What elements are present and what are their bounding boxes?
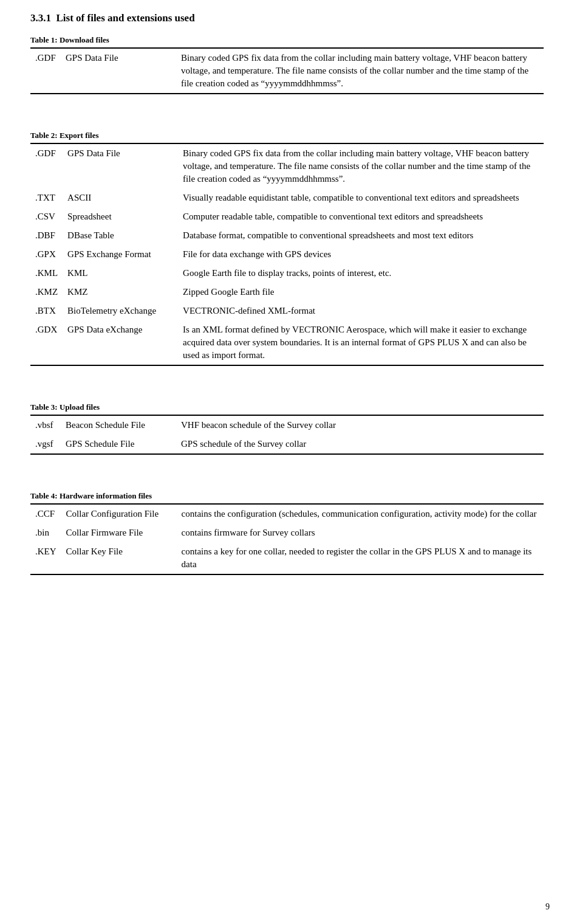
file-description: Database format, compatible to conventio… [178,226,544,245]
file-extension: .BTX [30,302,63,320]
file-name: Spreadsheet [63,207,178,226]
table-row: .GDFGPS Data FileBinary coded GPS fix da… [30,143,544,188]
file-name: Beacon Schedule File [61,415,176,435]
table-row: .BTXBioTelemetry eXchangeVECTRONIC-defin… [30,302,544,320]
file-extension: .DBF [30,226,63,245]
table4: .CCFCollar Configuration Filecontains th… [30,503,544,575]
table-row: .vgsfGPS Schedule FileGPS schedule of th… [30,435,544,454]
table1: .GDFGPS Data FileBinary coded GPS fix da… [30,47,544,94]
file-name: GPS Data eXchange [63,320,178,365]
file-name: Collar Configuration File [61,504,177,523]
file-name: GPS Data File [63,143,178,188]
file-extension: .GPX [30,245,63,264]
file-name: Collar Firmware File [61,523,177,542]
table-row: .KMLKMLGoogle Earth file to display trac… [30,264,544,283]
table-row: .DBFDBase TableDatabase format, compatib… [30,226,544,245]
file-name: GPS Schedule File [61,435,176,454]
file-name: KML [63,264,178,283]
table2-title: Table 2: Export files [30,131,544,140]
file-name: GPS Exchange Format [63,245,178,264]
file-description: VHF beacon schedule of the Survey collar [176,415,544,435]
section-title: 3.3.1 List of files and extensions used [30,12,544,24]
table-row: .TXTASCIIVisually readable equidistant t… [30,188,544,207]
table-row: .binCollar Firmware Filecontains firmwar… [30,523,544,542]
table-row: .KEYCollar Key Filecontains a key for on… [30,542,544,574]
table-row: .GPXGPS Exchange FormatFile for data exc… [30,245,544,264]
file-extension: .KML [30,264,63,283]
file-name: ASCII [63,188,178,207]
table3-title: Table 3: Upload files [30,402,544,412]
file-description: Is an XML format defined by VECTRONIC Ae… [178,320,544,365]
file-name: Collar Key File [61,542,177,574]
table3: .vbsfBeacon Schedule FileVHF beacon sche… [30,415,544,455]
file-extension: .GDF [30,48,61,94]
table-row: .CSVSpreadsheetComputer readable table, … [30,207,544,226]
table-row: .KMZKMZZipped Google Earth file [30,283,544,302]
file-description: Google Earth file to display tracks, poi… [178,264,544,283]
table1-title: Table 1: Download files [30,35,544,45]
file-extension: .GDF [30,143,63,188]
table-row: .GDXGPS Data eXchangeIs an XML format de… [30,320,544,365]
file-description: contains the configuration (schedules, c… [177,504,544,523]
file-name: KMZ [63,283,178,302]
file-extension: .KEY [30,542,61,574]
file-extension: .TXT [30,188,63,207]
file-description: contains a key for one collar, needed to… [177,542,544,574]
file-extension: .vgsf [30,435,61,454]
file-name: DBase Table [63,226,178,245]
file-description: File for data exchange with GPS devices [178,245,544,264]
file-name: GPS Data File [61,48,176,94]
file-extension: .CCF [30,504,61,523]
file-description: Binary coded GPS fix data from the colla… [178,143,544,188]
file-description: VECTRONIC-defined XML-format [178,302,544,320]
file-name: BioTelemetry eXchange [63,302,178,320]
file-extension: .bin [30,523,61,542]
file-description: GPS schedule of the Survey collar [176,435,544,454]
file-extension: .vbsf [30,415,61,435]
file-description: Visually readable equidistant table, com… [178,188,544,207]
table2: .GDFGPS Data FileBinary coded GPS fix da… [30,143,544,366]
table4-title: Table 4: Hardware information files [30,491,544,501]
table-row: .GDFGPS Data FileBinary coded GPS fix da… [30,48,544,94]
table-row: .CCFCollar Configuration Filecontains th… [30,504,544,523]
file-extension: .CSV [30,207,63,226]
file-description: Binary coded GPS fix data from the colla… [176,48,544,94]
file-extension: .KMZ [30,283,63,302]
file-description: Computer readable table, compatible to c… [178,207,544,226]
table-row: .vbsfBeacon Schedule FileVHF beacon sche… [30,415,544,435]
file-extension: .GDX [30,320,63,365]
file-description: Zipped Google Earth file [178,283,544,302]
file-description: contains firmware for Survey collars [177,523,544,542]
